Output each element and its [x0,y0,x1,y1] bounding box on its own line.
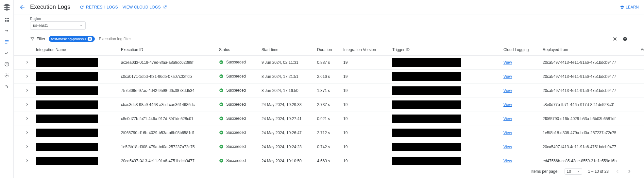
next-page-button[interactable] [626,169,632,174]
cell-status: Succeeded [219,116,246,121]
cell-duration: 1.871 s [314,84,341,98]
cell-version: 19 [341,70,390,84]
region-bar: Region us-east1 [14,14,644,34]
cell-version: 19 [341,56,390,70]
cell-replayed-from: 2f065790-d16b-4029-b53a-b6b03b6581df [540,112,638,126]
cell-replayed-from: c8e0d77b-fb71-446a-917d-8f41de528c01 [540,98,638,112]
logs-table-wrap: Integration Name Execution ID Status Sta… [14,44,644,165]
table-row: 20ca5497-f413-4e11-91a6-4751bdcb9477Succ… [14,154,644,165]
row-actions-menu[interactable] [641,74,644,79]
clear-filter-button[interactable] [612,36,618,42]
learn-label: LEARN [626,5,639,9]
cell-execution-id: 20ca5497-f413-4e11-91a6-4751bdcb9477 [118,154,216,165]
integration-name-redacted [36,115,98,123]
page-range: 1 – 10 of 23 [588,169,609,174]
cell-start-time: 24 May 2024, 19:26:47 [259,126,314,140]
svg-point-6 [6,75,8,76]
col-duration: Duration [314,44,341,56]
nav-item-overview[interactable] [4,16,10,23]
expand-row-button[interactable] [25,74,29,79]
cloud-logging-view-link[interactable]: View [503,88,512,93]
region-label: Region [30,17,628,21]
cell-status: Succeeded [219,158,246,163]
filter-chip[interactable]: test-masking-pranshu [49,36,95,42]
cell-execution-id: c0ca017c-1dbd-4f31-96db-07a07c32ffdb [118,70,216,84]
pagination: Items per page: 10 1 – 10 of 23 [14,165,644,178]
row-actions-menu[interactable] [641,158,644,163]
nav-item-connectors[interactable] [4,83,10,90]
integration-name-redacted [36,58,98,67]
cloud-logging-view-link[interactable]: View [503,159,512,163]
nav-item-triggers[interactable] [4,27,10,34]
table-header-row: Integration Name Execution ID Status Sta… [14,44,644,56]
cell-start-time: 24 May 2024, 19:24:23 [259,140,314,154]
cloud-logging-view-link[interactable]: View [503,145,512,149]
expand-row-button[interactable] [25,158,29,163]
filter-text: Filter [37,37,45,41]
integration-name-redacted [36,86,98,95]
col-execution-id: Execution ID [118,44,216,56]
cell-start-time: 24 May 2024, 19:10:50 [259,154,314,165]
expand-row-button[interactable] [25,130,29,135]
row-actions-menu[interactable] [641,144,644,149]
trigger-id-redacted [392,157,461,165]
cell-execution-id: c8e0d77b-fb71-446a-917d-8f41de528c01 [118,112,216,126]
learn-button[interactable]: LEARN [620,5,639,9]
filter-chip-text: test-masking-pranshu [51,37,86,41]
top-bar: Execution Logs REFRESH LOGS VIEW CLOUD L… [14,0,644,14]
filter-help-button[interactable]: ? [622,36,628,42]
expand-row-button[interactable] [25,88,29,93]
integration-name-redacted [36,129,98,137]
integration-name-redacted [36,143,98,151]
cell-execution-id: 1e5f8b18-d308-479a-bd0a-257237a72c75 [118,140,216,154]
cloud-logging-view-link[interactable]: View [503,116,512,121]
back-button[interactable] [19,4,25,10]
cell-replayed-from: 20ca5497-f413-4e11-91a6-4751bdcb9477 [540,140,638,154]
filter-input[interactable] [98,36,609,42]
cell-execution-id: 757bf09e-97ac-4d42-9598-d6c3878dd534 [118,84,216,98]
refresh-logs-button[interactable]: REFRESH LOGS [79,5,118,9]
col-integration-version: Integration Version [341,44,390,56]
chevron-down-icon [577,170,580,173]
cloud-logging-view-link[interactable]: View [503,60,512,65]
cloud-logging-view-link[interactable]: View [503,131,512,135]
nav-item-settings[interactable] [4,72,10,79]
logs-table: Integration Name Execution ID Status Sta… [14,44,644,165]
close-icon [89,38,91,40]
chevron-right-icon [626,169,632,174]
table-row: 757bf09e-97ac-4d42-9598-d6c3878dd534Succ… [14,84,644,98]
trigger-id-redacted [392,86,461,95]
chevron-left-icon [615,169,620,174]
cloud-logging-view-link[interactable]: View [503,74,512,79]
nav-item-monitoring[interactable] [4,50,10,56]
cell-start-time: 9 Jun 2024, 02:11:31 [259,56,314,70]
expand-row-button[interactable] [25,116,29,121]
expand-row-button[interactable] [25,60,29,64]
trigger-id-redacted [392,100,461,109]
cloud-logging-view-link[interactable]: View [503,102,512,107]
prev-page-button[interactable] [615,169,620,174]
cell-execution-id: ac2ea0d3-0119-47ed-8faa-a8a8dc62388f [118,56,216,70]
row-actions-menu[interactable] [641,60,644,64]
region-select[interactable]: us-east1 [30,21,86,30]
cell-status: Succeeded [219,74,246,79]
cell-duration: 0.742 s [314,140,341,154]
integration-name-redacted [36,157,98,165]
integration-name-redacted [36,72,98,81]
filter-chip-remove[interactable] [88,37,92,41]
row-actions-menu[interactable] [641,116,644,121]
nav-item-help[interactable]: ? [4,61,10,67]
items-per-page-select[interactable]: 10 [565,168,582,175]
row-actions-menu[interactable] [641,88,644,93]
row-actions-menu[interactable] [641,130,644,135]
row-actions-menu[interactable] [641,102,644,107]
expand-row-button[interactable] [25,102,29,107]
chevron-down-icon [79,24,83,27]
nav-item-logs[interactable] [4,39,10,45]
cell-version: 19 [341,84,390,98]
view-cloud-logs-button[interactable]: VIEW CLOUD LOGS [123,5,167,9]
cell-start-time: 8 Jun 2024, 17:16:50 [259,84,314,98]
refresh-icon [79,5,84,9]
expand-row-button[interactable] [25,144,29,149]
cell-replayed-from: ed47566b-cc85-43de-8559-31c1c559c16b [540,154,638,165]
